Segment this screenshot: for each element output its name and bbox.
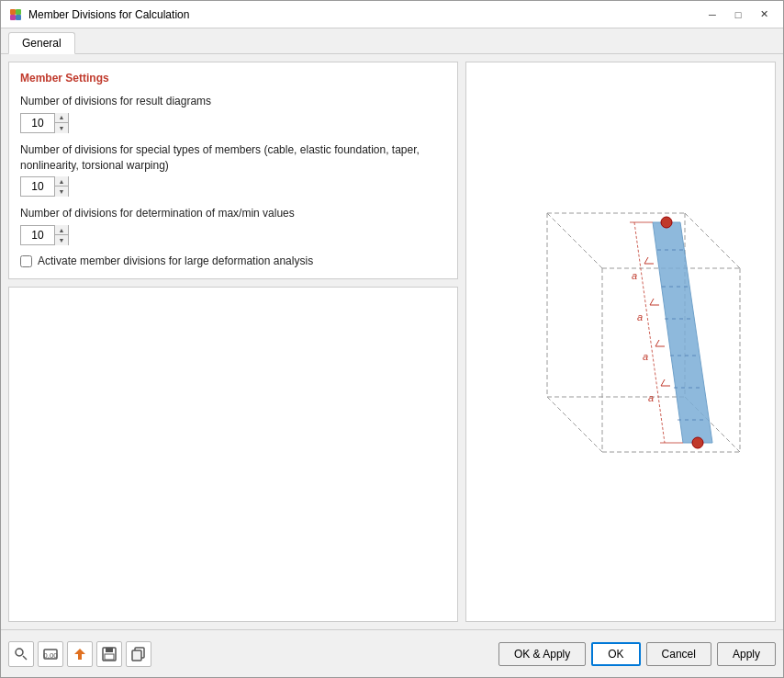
content-area: Member Settings Number of divisions for …	[1, 54, 783, 629]
field2-label: Number of divisions for special types of…	[20, 142, 446, 174]
diagram-container: a a a a	[474, 176, 767, 507]
close-button[interactable]: ✕	[752, 6, 776, 24]
field3-input[interactable]	[21, 229, 54, 242]
member-settings-section: Member Settings Number of divisions for …	[8, 62, 458, 279]
svg-rect-3	[10, 15, 16, 20]
svg-rect-0	[10, 9, 16, 15]
minimize-button[interactable]: ─	[700, 6, 724, 24]
svg-marker-16	[653, 222, 712, 443]
filter-icon	[73, 647, 87, 661]
tab-bar: General	[1, 28, 783, 54]
svg-rect-2	[16, 9, 21, 15]
svg-rect-49	[132, 650, 141, 661]
field1-increment[interactable]: ▲	[55, 113, 68, 123]
action-buttons: OK & Apply OK Cancel Apply	[498, 642, 776, 666]
svg-text:0,00: 0,00	[43, 651, 58, 660]
section-title: Member Settings	[20, 72, 446, 85]
svg-text:a: a	[643, 351, 648, 362]
search-toolbar-button[interactable]	[8, 641, 34, 667]
filter-toolbar-button[interactable]	[67, 641, 93, 667]
field3-label: Number of divisions for determination of…	[20, 206, 446, 221]
svg-line-8	[685, 213, 740, 268]
window-controls: ─ □ ✕	[700, 6, 776, 24]
maximize-button[interactable]: □	[726, 6, 750, 24]
bottom-toolbar: 0,00	[8, 641, 498, 667]
svg-point-23	[661, 217, 672, 228]
ok-button[interactable]: OK	[591, 642, 640, 666]
copy-toolbar-button[interactable]	[126, 641, 151, 667]
3d-diagram: a a a a	[474, 176, 767, 507]
field1-spinner-container: ▲ ▼	[20, 113, 446, 133]
field3-increment[interactable]: ▲	[55, 225, 68, 235]
field3-spinner-btns: ▲ ▼	[54, 225, 68, 245]
svg-line-11	[547, 213, 602, 268]
svg-marker-44	[74, 649, 85, 660]
large-deformation-checkbox[interactable]	[20, 255, 32, 267]
field2-increment[interactable]: ▲	[55, 176, 68, 186]
app-icon	[8, 7, 23, 22]
right-panel: a a a a	[465, 62, 776, 622]
save-toolbar-button[interactable]	[96, 641, 122, 667]
svg-rect-46	[106, 648, 113, 652]
svg-text:a: a	[632, 270, 637, 281]
field3-decrement[interactable]: ▼	[55, 235, 68, 245]
field1-input[interactable]	[21, 117, 54, 130]
svg-text:a: a	[648, 392, 654, 403]
field2-input[interactable]	[21, 180, 54, 193]
field1-spinner-btns: ▲ ▼	[54, 113, 68, 133]
field3-spinner-container: ▲ ▼	[20, 225, 446, 245]
field2-decrement[interactable]: ▼	[55, 186, 68, 197]
apply-button[interactable]: Apply	[717, 642, 776, 666]
field2-spinner-container: ▲ ▼	[20, 176, 446, 197]
title-bar: Member Divisions for Calculation ─ □ ✕	[1, 1, 783, 28]
svg-text:a: a	[637, 311, 643, 322]
left-panels: Member Settings Number of divisions for …	[8, 62, 458, 622]
bottom-bar: 0,00	[1, 629, 783, 677]
field2-spinner-btns: ▲ ▼	[54, 176, 68, 197]
field3-spinner[interactable]: ▲ ▼	[20, 225, 69, 245]
svg-rect-47	[105, 654, 114, 660]
save-icon	[102, 647, 117, 661]
svg-line-26	[644, 257, 648, 264]
field1-decrement[interactable]: ▼	[55, 123, 68, 133]
field1-label: Number of divisions for result diagrams	[20, 94, 446, 109]
main-window: Member Divisions for Calculation ─ □ ✕ G…	[0, 0, 784, 678]
svg-line-35	[661, 379, 665, 386]
field1-spinner[interactable]: ▲ ▼	[20, 113, 69, 133]
cancel-button[interactable]: Cancel	[646, 642, 711, 666]
svg-line-41	[23, 656, 27, 660]
ok-apply-button[interactable]: OK & Apply	[498, 642, 586, 666]
field2-spinner[interactable]: ▲ ▼	[20, 176, 69, 197]
window-title: Member Divisions for Calculation	[28, 8, 700, 21]
svg-point-24	[692, 437, 703, 448]
checkbox-row: Activate member divisions for large defo…	[20, 254, 446, 267]
counter-toolbar-button[interactable]: 0,00	[38, 641, 63, 667]
svg-line-29	[650, 299, 654, 305]
checkbox-label: Activate member divisions for large defo…	[38, 254, 313, 267]
svg-rect-1	[16, 15, 21, 20]
lower-left-panel	[8, 287, 458, 622]
svg-line-12	[547, 397, 602, 452]
search-icon	[14, 647, 28, 661]
tab-general[interactable]: General	[8, 32, 75, 54]
copy-icon	[131, 647, 146, 661]
counter-icon: 0,00	[43, 647, 58, 661]
svg-line-32	[655, 340, 659, 346]
svg-point-40	[16, 649, 23, 656]
